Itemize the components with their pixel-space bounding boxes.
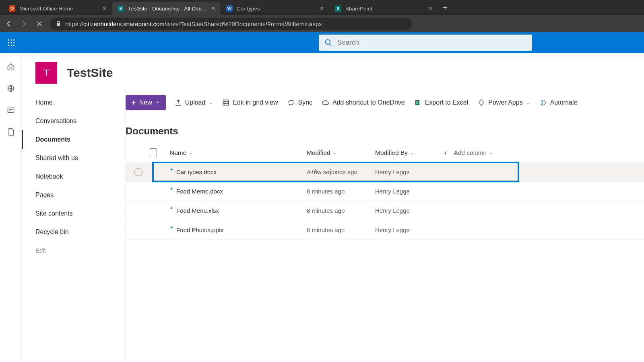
nav-item-notebook[interactable]: Notebook xyxy=(22,167,125,186)
new-tab-button[interactable]: + xyxy=(438,3,452,12)
tab-strip: O Microsoft Office Home × S TestSite - D… xyxy=(0,0,644,15)
new-indicator-icon: ✦ xyxy=(170,167,173,172)
site-title: TestSite xyxy=(67,66,113,80)
nav-edit-link[interactable]: Edit xyxy=(22,241,125,259)
left-navigation: Home Conversations Documents Shared with… xyxy=(22,89,126,362)
file-modified-by[interactable]: Henry Legge xyxy=(375,169,444,175)
tab-favicon-sharepoint: S xyxy=(335,5,341,12)
new-indicator-icon: ✦ xyxy=(170,187,173,191)
home-icon[interactable] xyxy=(7,63,15,71)
file-modified: 8 minutes ago xyxy=(307,207,375,214)
upload-icon xyxy=(175,99,182,106)
power-apps-button[interactable]: Power Apps ⌄ xyxy=(477,97,530,109)
svg-text:X: X xyxy=(416,101,419,105)
suite-bar xyxy=(0,32,644,53)
svg-point-9 xyxy=(326,40,330,45)
browser-tab-2[interactable]: W Car types × xyxy=(221,2,329,15)
file-row[interactable]: ✦Food Photos.pptx 8 minutes ago Henry Le… xyxy=(126,220,644,240)
file-modified: 8 minutes ago xyxy=(307,226,375,233)
new-button[interactable]: + New xyxy=(126,95,166,110)
column-header-type[interactable] xyxy=(150,148,170,157)
file-modified-by[interactable]: Henry Legge xyxy=(375,207,444,214)
news-icon[interactable] xyxy=(7,106,15,114)
file-modified-by[interactable]: Henry Legge xyxy=(375,226,444,233)
column-modified-label: Modified xyxy=(307,149,330,156)
vertical-rail xyxy=(0,53,22,362)
search-box[interactable] xyxy=(319,35,532,51)
plus-icon: + xyxy=(444,149,447,156)
svg-point-5 xyxy=(13,42,14,43)
search-input[interactable] xyxy=(337,39,526,47)
grid-icon xyxy=(222,99,229,106)
share-icon[interactable] xyxy=(311,168,318,177)
tab-favicon-word: W xyxy=(226,5,233,12)
command-bar: + New Upload ⌄ Edit in grid view xyxy=(126,91,644,114)
nav-item-recycle[interactable]: Recycle bin xyxy=(22,223,125,241)
power-apps-icon xyxy=(478,99,485,106)
close-icon[interactable]: × xyxy=(429,5,432,12)
browser-tab-3[interactable]: S SharePoint × xyxy=(329,2,438,15)
document-list: Name ⌄ Modified ⌄ Modified By ⌄ + Add co… xyxy=(126,143,644,240)
nav-item-conversations[interactable]: Conversations xyxy=(22,112,125,130)
close-icon[interactable]: × xyxy=(320,5,324,12)
browser-tab-1[interactable]: S TestSite - Documents - All Docum × xyxy=(112,2,221,15)
search-icon xyxy=(324,39,332,47)
file-row[interactable]: ✦Car types.docx A few seconds ago Henry … xyxy=(126,162,644,182)
nav-item-shared[interactable]: Shared with us xyxy=(22,149,125,167)
upload-button[interactable]: Upload ⌄ xyxy=(174,97,214,109)
svg-rect-15 xyxy=(223,100,229,105)
browser-tab-0[interactable]: O Microsoft Office Home × xyxy=(3,2,112,15)
file-name[interactable]: Food Photos.pptx xyxy=(176,226,224,233)
address-bar: https://citizenbuilders.sharepoint.com/s… xyxy=(0,15,644,32)
chevron-down-icon: ⌄ xyxy=(526,100,530,105)
export-excel-button[interactable]: X Export to Excel xyxy=(414,97,469,109)
url-field[interactable]: https://citizenbuilders.sharepoint.com/s… xyxy=(50,18,412,30)
close-icon[interactable]: × xyxy=(103,5,106,12)
file-modified-by[interactable]: Henry Legge xyxy=(375,188,444,195)
svg-point-4 xyxy=(10,42,12,43)
file-row[interactable]: ✦Food Memo.docx 8 minutes ago Henry Legg… xyxy=(126,182,644,201)
library-title: Documents xyxy=(126,114,644,143)
new-indicator-icon: ✦ xyxy=(170,225,173,230)
close-icon[interactable]: × xyxy=(211,5,215,12)
app-launcher-icon[interactable] xyxy=(7,39,15,47)
column-header-modified-by[interactable]: Modified By ⌄ xyxy=(375,149,444,156)
add-column-button[interactable]: + Add column ⌄ xyxy=(444,149,524,156)
tab-title: SharePoint xyxy=(345,6,425,12)
column-header-modified[interactable]: Modified ⌄ xyxy=(307,149,375,156)
file-icon[interactable] xyxy=(7,128,15,136)
nav-item-home[interactable]: Home xyxy=(22,93,125,112)
edit-grid-button[interactable]: Edit in grid view xyxy=(221,97,279,109)
more-actions-icon[interactable]: ⋮ xyxy=(327,168,333,177)
tab-title: TestSite - Documents - All Docum xyxy=(128,6,207,12)
forward-button[interactable] xyxy=(19,19,29,29)
back-button[interactable] xyxy=(4,19,14,29)
file-type-icon xyxy=(150,148,157,157)
file-name[interactable]: Food Memo.docx xyxy=(176,188,223,195)
shortcut-button[interactable]: Add shortcut to OneDrive xyxy=(321,97,406,109)
upload-label: Upload xyxy=(185,99,206,106)
tab-title: Microsoft Office Home xyxy=(19,6,99,12)
sync-button[interactable]: Sync xyxy=(287,97,313,109)
row-select-checkbox[interactable] xyxy=(134,168,142,176)
file-row[interactable]: ✦Food Menu.xlsx 8 minutes ago Henry Legg… xyxy=(126,201,644,220)
column-header-name[interactable]: Name ⌄ xyxy=(170,149,307,156)
stop-reload-button[interactable] xyxy=(35,19,44,29)
chevron-down-icon xyxy=(155,99,160,106)
nav-item-contents[interactable]: Site contents xyxy=(22,204,125,223)
globe-icon[interactable] xyxy=(7,84,15,93)
nav-item-pages[interactable]: Pages xyxy=(22,186,125,204)
svg-rect-12 xyxy=(8,108,14,113)
column-headers: Name ⌄ Modified ⌄ Modified By ⌄ + Add co… xyxy=(126,143,644,162)
site-column: T TestSite Home Conversations Documents … xyxy=(22,53,644,362)
sync-icon xyxy=(287,99,295,106)
file-modified: 8 minutes ago xyxy=(307,188,375,195)
site-logo[interactable]: T xyxy=(35,62,57,84)
tab-favicon-office: O xyxy=(9,5,15,12)
file-name[interactable]: Food Menu.xlsx xyxy=(176,207,219,214)
column-name-label: Name xyxy=(170,149,186,156)
automate-button[interactable]: Automate xyxy=(539,97,578,109)
nav-item-documents[interactable]: Documents xyxy=(22,130,125,149)
file-name[interactable]: Car types.docx xyxy=(176,169,217,175)
chevron-down-icon: ⌄ xyxy=(189,150,193,156)
